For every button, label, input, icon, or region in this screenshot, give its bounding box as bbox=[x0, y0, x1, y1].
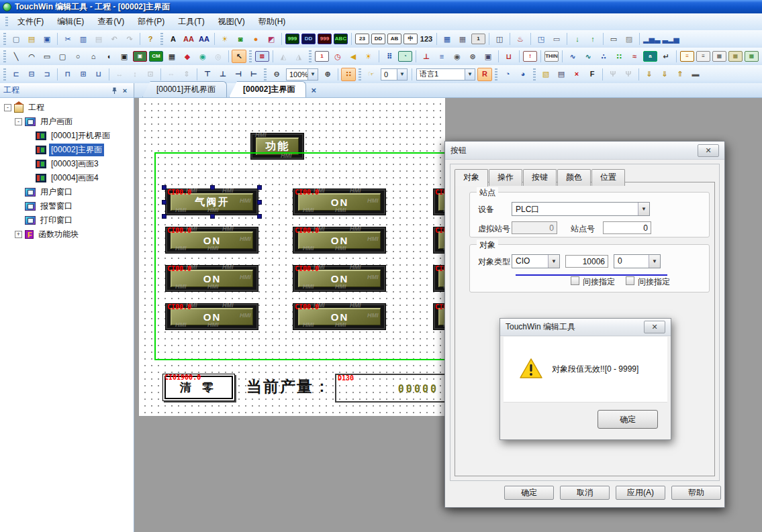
indirect-checkbox-1[interactable] bbox=[571, 276, 579, 285]
frame-hatch-icon[interactable]: ▨ bbox=[622, 32, 636, 46]
tab-screen-00001[interactable]: [00001]开机界面 bbox=[142, 81, 227, 97]
alarm-doc-icon[interactable]: ! bbox=[523, 51, 537, 62]
chevron-down-icon[interactable]: ▼ bbox=[548, 255, 559, 268]
lamp-button-icon[interactable]: ◙ bbox=[233, 32, 248, 46]
ellipse-icon[interactable]: ○ bbox=[70, 50, 85, 63]
station-number-input[interactable]: 0 bbox=[603, 221, 651, 234]
cut-icon[interactable]: ✂ bbox=[60, 32, 75, 46]
keyboard-icon[interactable]: ▦ bbox=[440, 32, 455, 46]
color-wheel-icon[interactable]: ◉ bbox=[195, 50, 210, 63]
align-left-icon[interactable]: ⊏ bbox=[9, 68, 23, 81]
chinese-input-icon[interactable]: 中 bbox=[403, 34, 418, 44]
redo-icon[interactable]: ↷ bbox=[122, 32, 137, 46]
download-window-icon[interactable]: ↓ bbox=[570, 32, 585, 46]
new-file-icon[interactable]: ▢ bbox=[9, 32, 23, 46]
dynamic-text-icon[interactable]: AA bbox=[181, 32, 196, 46]
hmi-button-widget[interactable]: CI00.0ONHMIHMIHMIHMIHMI bbox=[293, 189, 386, 215]
chevron-down-icon[interactable]: ▼ bbox=[465, 69, 475, 80]
apply-button[interactable]: 应用(A) bbox=[616, 486, 665, 500]
line-feed-icon[interactable]: ↵ bbox=[659, 50, 673, 63]
snap-left-icon[interactable]: ⊣ bbox=[231, 68, 246, 81]
multi-trend-icon[interactable]: ≈ bbox=[627, 50, 642, 63]
align-right-icon[interactable]: ⊐ bbox=[40, 68, 54, 81]
message-ok-button[interactable]: 确定 bbox=[598, 410, 658, 429]
selection-handle[interactable] bbox=[162, 214, 166, 219]
reverse-toggle-icon[interactable]: R bbox=[477, 68, 492, 81]
selection-handle[interactable] bbox=[210, 185, 215, 190]
meter-icon[interactable]: ◔ bbox=[398, 51, 412, 62]
device-info-icon[interactable]: ▬ bbox=[688, 68, 703, 81]
dialog-tab-操作[interactable]: 操作 bbox=[489, 169, 522, 186]
function-button-widget[interactable]: 功能HMIHMI bbox=[250, 133, 304, 160]
dialog-close-icon[interactable]: ✕ bbox=[698, 144, 719, 157]
menu-display[interactable]: 视图(V) bbox=[211, 13, 252, 30]
online-simulation-icon[interactable]: Ψ bbox=[606, 68, 620, 81]
grid-view-icon[interactable]: ▦ bbox=[728, 51, 743, 62]
text-lib-icon[interactable]: a bbox=[643, 51, 657, 62]
cm-map-icon[interactable]: CM bbox=[149, 51, 163, 62]
frame-icon[interactable]: ▣ bbox=[117, 50, 132, 63]
chevron-down-icon[interactable]: ▼ bbox=[307, 69, 318, 80]
object-type-select[interactable]: CIO ▼ bbox=[512, 254, 560, 268]
undo-icon[interactable]: ↶ bbox=[107, 32, 122, 46]
virtual-station-input[interactable]: 0 bbox=[512, 221, 557, 234]
cancel-button[interactable]: 取消 bbox=[560, 486, 610, 500]
function-field-icon[interactable]: F bbox=[585, 68, 600, 81]
copy-icon[interactable]: ▥ bbox=[76, 32, 91, 46]
tree-item-user-screens[interactable]: -用户画面 bbox=[0, 115, 134, 129]
scatter-green-icon[interactable]: ∷ bbox=[612, 50, 626, 63]
zoom-in-icon[interactable]: ⊕ bbox=[320, 68, 335, 81]
menu-tools[interactable]: 工具(T) bbox=[171, 13, 211, 30]
align-center-icon[interactable]: ⊞ bbox=[76, 68, 91, 81]
tree-item-function-blocks[interactable]: +函数功能块 bbox=[0, 227, 134, 242]
text-display-icon[interactable]: ABC bbox=[334, 34, 348, 44]
arc-icon[interactable]: ◠ bbox=[24, 50, 39, 63]
polygon-icon[interactable]: ⌂ bbox=[86, 50, 101, 63]
tree-item-user-windows[interactable]: 用户窗口 bbox=[0, 185, 134, 199]
hmi-button-widget[interactable]: CI00.0ONHMIHMIHMIHMIHMI bbox=[293, 303, 386, 330]
rounded-rect-icon[interactable]: ▢ bbox=[55, 50, 70, 63]
indicator-lamp-icon[interactable]: ☀ bbox=[218, 32, 232, 46]
snap-top-icon[interactable]: ⊤ bbox=[200, 68, 215, 81]
hmi-button-widget[interactable]: CI00.0ONHMIHMIHMIHMIHMI bbox=[433, 227, 445, 254]
menu-file[interactable]: 文件(F) bbox=[11, 13, 50, 30]
dialog-tab-对象[interactable]: 对象 bbox=[455, 169, 488, 187]
selection-handle[interactable] bbox=[257, 185, 262, 190]
bar-graph2-icon[interactable]: ▃▂▅ bbox=[661, 32, 679, 46]
upload-window-icon[interactable]: ↑ bbox=[585, 32, 600, 46]
tree-item-screen-00003[interactable]: [00003]画面3 bbox=[0, 157, 134, 171]
menu-help[interactable]: 帮助(H) bbox=[252, 13, 293, 30]
qr-code-icon[interactable]: ▦ bbox=[164, 50, 179, 63]
hmi-button-widget[interactable]: CI00.0ONHMIHMIHMIHMIHMI bbox=[433, 189, 445, 215]
help-button[interactable]: 帮助 bbox=[671, 486, 721, 500]
frame-rect-icon[interactable]: ▭ bbox=[606, 32, 621, 46]
hmi-button-widget[interactable]: CI00.0ONHMIHMIHMIHMIHMI bbox=[293, 265, 386, 292]
bar-graph-icon[interactable]: ▂▅▃ bbox=[642, 32, 661, 46]
fan-icon[interactable]: ⊛ bbox=[465, 50, 480, 63]
snap-bottom-icon[interactable]: ⊥ bbox=[216, 68, 230, 81]
hmi-button-widget[interactable]: CI00.0ONHMIHMIHMIHMIHMI bbox=[433, 303, 445, 330]
download-program-icon[interactable]: ⇓ bbox=[642, 68, 657, 81]
print-icon[interactable]: ♨ bbox=[513, 32, 528, 46]
delete-screen-icon[interactable]: × bbox=[569, 68, 584, 81]
pipe-icon[interactable]: ≡ bbox=[434, 50, 449, 63]
move-animation-icon[interactable]: ◭ bbox=[276, 50, 291, 63]
mini-keyboard-icon[interactable]: ▦ bbox=[455, 32, 470, 46]
screen-canvas[interactable]: CI01900.0 清 零 当前产量 : D130 00000 CI00.0气阀… bbox=[139, 98, 445, 416]
eraser-icon[interactable]: ◎ bbox=[211, 50, 226, 63]
trend-graph-icon[interactable]: ∿ bbox=[565, 50, 580, 63]
align-bottom-icon[interactable]: ⊔ bbox=[91, 68, 106, 81]
touch-area-icon[interactable]: ☞ bbox=[364, 68, 379, 81]
object-index-select[interactable]: 0 ▼ bbox=[614, 254, 661, 268]
variable-text-icon[interactable]: AA bbox=[197, 32, 211, 46]
hmi-button-widget[interactable]: CI00.0ONHMIHMIHMIHMIHMI bbox=[165, 227, 258, 254]
selection-handle[interactable] bbox=[162, 185, 166, 190]
screen-properties-icon[interactable]: ▤ bbox=[554, 68, 569, 81]
space-vertical-icon[interactable]: ⇕ bbox=[179, 68, 194, 81]
upload-program-icon[interactable]: ⇑ bbox=[673, 68, 687, 81]
language-select[interactable]: 语言1▼ bbox=[416, 68, 475, 81]
tree-item-alarm-windows[interactable]: 报警窗口 bbox=[0, 199, 134, 213]
clock-icon[interactable]: ◷ bbox=[330, 50, 345, 63]
valve-icon[interactable]: ⊥ bbox=[419, 50, 434, 63]
production-display-widget[interactable]: D130 00000 bbox=[335, 374, 445, 403]
